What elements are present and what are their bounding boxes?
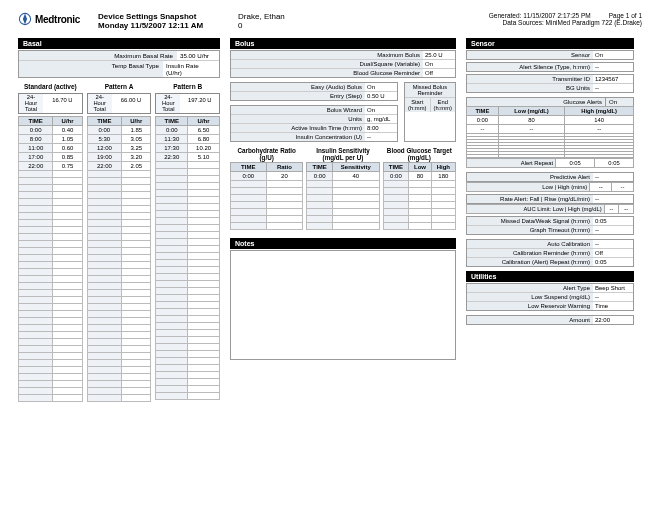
max-basal-label: Maximum Basal Rate [19, 51, 177, 60]
table-cell [188, 330, 220, 337]
table-cell [19, 311, 53, 318]
table-cell [19, 178, 53, 185]
table-cell [383, 223, 409, 230]
table-cell [53, 388, 82, 395]
table-cell: 20 [266, 172, 303, 181]
table-cell [188, 176, 220, 183]
table-cell: -- [565, 125, 634, 134]
table-cell [87, 206, 121, 213]
table-cell [19, 353, 53, 360]
table-cell [333, 216, 380, 223]
bolus-section: Bolus Maximum Bolus25.0 U Dual/Square (V… [230, 38, 456, 402]
table-cell [156, 309, 188, 316]
table-cell [19, 206, 53, 213]
meta-block: Generated: 11/15/2007 2:17:25 PMPage 1 o… [489, 12, 642, 26]
carb-ratio: Carbohydrate Ratio (g/U) TIMERatio0:0020 [230, 148, 303, 230]
table-cell [19, 213, 53, 220]
table-cell [431, 195, 455, 202]
table-cell [19, 388, 53, 395]
table-cell [188, 386, 220, 393]
table-cell [19, 360, 53, 367]
insulin-sensitivity: Insulin Sensitivity (mg/dL per U) TIMESe… [306, 148, 379, 230]
table-cell [333, 209, 380, 216]
table-cell [188, 253, 220, 260]
table-cell [156, 358, 188, 365]
table-cell [122, 297, 151, 304]
table-cell [53, 395, 82, 402]
table-cell [383, 181, 409, 188]
table-cell [188, 218, 220, 225]
table-cell [409, 188, 431, 195]
table-cell [53, 220, 82, 227]
table-cell [53, 332, 82, 339]
table-cell [19, 374, 53, 381]
table-cell [383, 202, 409, 209]
table-cell [231, 209, 267, 216]
table-cell [307, 195, 333, 202]
report-datetime: Monday 11/5/2007 12:11 AM [98, 21, 238, 30]
table-cell [19, 325, 53, 332]
table-cell: 22:00 [19, 162, 53, 171]
table-cell [87, 276, 121, 283]
sensor-section: Sensor SensorOn Alert Silence (Type, h:m… [466, 38, 634, 402]
table-cell [87, 318, 121, 325]
table-cell: 1.85 [122, 126, 151, 135]
table-cell [87, 304, 121, 311]
table-cell [87, 234, 121, 241]
table-cell: 5.10 [188, 153, 220, 162]
table-cell [19, 269, 53, 276]
notes-body [230, 250, 456, 360]
table-cell: 1.05 [53, 135, 82, 144]
table-cell [122, 381, 151, 388]
table-cell [19, 395, 53, 402]
table-cell [431, 202, 455, 209]
table-cell [87, 241, 121, 248]
table-cell [122, 213, 151, 220]
table-cell [19, 346, 53, 353]
table-cell: 3.25 [122, 144, 151, 153]
table-cell [19, 339, 53, 346]
table-cell [188, 351, 220, 358]
table-cell [307, 209, 333, 216]
table-cell [409, 223, 431, 230]
table-cell [53, 241, 82, 248]
table-cell [87, 311, 121, 318]
table-cell [53, 381, 82, 388]
pattern-b: Pattern B 24-Hour Total197.20 U TIMEU/hr… [155, 82, 220, 402]
table-cell [307, 223, 333, 230]
table-cell [431, 181, 455, 188]
patient-name: Drake, Ethan [238, 12, 358, 21]
table-cell: 0.60 [53, 144, 82, 153]
table-cell [19, 318, 53, 325]
table-cell [156, 337, 188, 344]
sensor-header: Sensor [466, 38, 634, 49]
table-cell [122, 199, 151, 206]
table-cell [266, 202, 303, 209]
table-cell: 19:00 [87, 153, 121, 162]
missed-bolus-reminder: Missed Bolus Reminder Start (h:mm)End (h… [404, 82, 456, 142]
table-cell [87, 171, 121, 178]
table-cell [19, 227, 53, 234]
table-cell: 2.05 [122, 162, 151, 171]
table-cell [87, 374, 121, 381]
table-cell [87, 255, 121, 262]
table-cell [122, 332, 151, 339]
brand-name: Medtronic [35, 14, 80, 25]
table-cell: 8:00 [19, 135, 53, 144]
table-cell [53, 297, 82, 304]
brand-logo: Medtronic [18, 12, 80, 26]
table-cell [409, 181, 431, 188]
table-cell [53, 325, 82, 332]
table-cell [188, 344, 220, 351]
table-cell [53, 255, 82, 262]
report-header: Medtronic Device Settings Snapshot Monda… [18, 12, 642, 30]
table-cell [188, 309, 220, 316]
table-cell [188, 365, 220, 372]
table-cell [231, 181, 267, 188]
table-cell [53, 346, 82, 353]
table-cell [188, 190, 220, 197]
table-cell: 0:00 [87, 126, 121, 135]
sources-value: MiniMed Paradigm 722 (E.Drake) [546, 19, 642, 26]
table-cell [19, 297, 53, 304]
table-cell [53, 367, 82, 374]
